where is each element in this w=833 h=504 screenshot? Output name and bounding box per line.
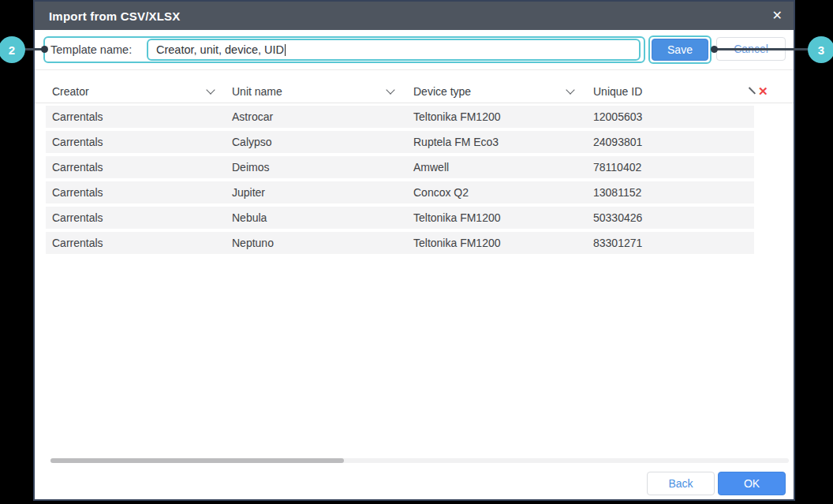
table-row[interactable]: Carrentals Calypso Ruptela FM Eco3 24093… xyxy=(46,131,754,153)
cell-device: Teltonika FM1200 xyxy=(407,110,587,123)
cell-uid: 12005603 xyxy=(587,110,754,123)
cell-uid: 24093801 xyxy=(587,136,754,148)
cell-device: Teltonika FM1200 xyxy=(407,211,587,224)
table-row[interactable]: Carrentals Neptuno Teltonika FM1200 8330… xyxy=(46,232,754,254)
cell-creator: Carrentals xyxy=(46,161,226,174)
table-body: Carrentals Astrocar Teltonika FM1200 120… xyxy=(46,106,754,257)
table-row[interactable]: Carrentals Deimos Amwell 78110402 xyxy=(46,156,754,178)
template-toolbar: Template name: Creator, unit, device, UI… xyxy=(35,30,794,70)
table-row[interactable]: Carrentals Nebula Teltonika FM1200 50330… xyxy=(46,207,754,229)
table-row[interactable]: Carrentals Astrocar Teltonika FM1200 120… xyxy=(46,106,754,128)
chevron-down-icon[interactable] xyxy=(206,85,215,94)
column-header-unit-name[interactable]: Unit name xyxy=(232,80,282,103)
cell-unit: Neptuno xyxy=(226,237,407,249)
callout-badge-2: 2 xyxy=(0,36,25,63)
remove-column-icon[interactable]: ✕ xyxy=(758,80,768,103)
column-header-creator[interactable]: Creator xyxy=(52,80,89,103)
chevron-partial-icon[interactable] xyxy=(749,87,756,94)
callout-dot-3 xyxy=(711,46,718,53)
cell-uid: 50330426 xyxy=(587,211,754,224)
template-name-label: Template name: xyxy=(50,36,132,63)
cell-unit: Astrocar xyxy=(226,110,407,123)
cell-device: Concox Q2 xyxy=(407,186,587,199)
cell-uid: 78110402 xyxy=(587,161,754,174)
cell-unit: Jupiter xyxy=(226,186,407,199)
cell-unit: Nebula xyxy=(226,211,407,224)
column-header-device-type[interactable]: Device type xyxy=(413,80,471,103)
column-header-unique-id[interactable]: Unique ID xyxy=(593,80,642,103)
cell-creator: Carrentals xyxy=(46,136,226,148)
chevron-down-icon[interactable] xyxy=(386,85,394,94)
ok-button[interactable]: OK xyxy=(718,472,786,495)
template-name-input[interactable]: Creator, unit, device, UID xyxy=(147,39,641,61)
cell-uid: 13081152 xyxy=(587,186,754,199)
cell-creator: Carrentals xyxy=(46,110,226,123)
callout-line-3 xyxy=(715,48,809,50)
callout-dot-2 xyxy=(41,46,48,53)
cell-device: Teltonika FM1200 xyxy=(407,237,587,249)
dialog-titlebar: Import from CSV/XLSX ✕ xyxy=(35,2,794,30)
close-icon[interactable]: ✕ xyxy=(772,2,783,30)
chevron-down-icon[interactable] xyxy=(566,85,574,94)
save-button[interactable]: Save xyxy=(652,39,708,61)
horizontal-scrollbar-thumb[interactable] xyxy=(50,458,344,463)
cell-creator: Carrentals xyxy=(46,237,226,249)
horizontal-scrollbar-track[interactable] xyxy=(50,458,789,463)
cell-unit: Calypso xyxy=(226,136,407,148)
table-header: Creator Unit name Device type Unique ID … xyxy=(35,80,794,103)
back-button[interactable]: Back xyxy=(647,472,715,495)
callout-badge-3: 3 xyxy=(808,36,833,63)
cell-creator: Carrentals xyxy=(46,211,226,224)
screenshot-stage: Import from CSV/XLSX ✕ Template name: Cr… xyxy=(0,0,833,504)
dialog-title: Import from CSV/XLSX xyxy=(49,9,181,23)
cell-unit: Deimos xyxy=(226,161,407,174)
cell-device: Amwell xyxy=(407,161,587,174)
cell-device: Ruptela FM Eco3 xyxy=(407,136,587,148)
cell-creator: Carrentals xyxy=(46,186,226,199)
cell-uid: 83301271 xyxy=(587,237,754,249)
import-dialog: Import from CSV/XLSX ✕ Template name: Cr… xyxy=(33,0,795,501)
table-row[interactable]: Carrentals Jupiter Concox Q2 13081152 xyxy=(46,181,754,203)
